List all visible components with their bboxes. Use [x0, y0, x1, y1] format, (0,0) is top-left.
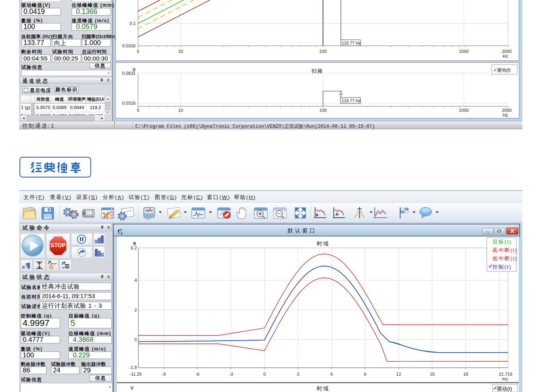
svg-text:-9: -9: [162, 372, 166, 376]
svg-text:V: V: [130, 386, 134, 390]
svg-text:驱动(t): 驱动(t): [496, 386, 512, 392]
svg-text:-11.25: -11.25: [130, 372, 142, 376]
svg-text:高中断(t): 高中断(t): [492, 247, 518, 253]
svg-text:时域: 时域: [317, 241, 329, 247]
svg-text:21.719: 21.719: [499, 372, 512, 376]
svg-text:时域: 时域: [317, 386, 329, 392]
svg-text:0: 0: [134, 337, 137, 342]
svg-text:3: 3: [297, 372, 299, 376]
svg-text:-3: -3: [229, 372, 233, 376]
svg-text:g: g: [133, 240, 136, 245]
svg-text:15: 15: [430, 372, 434, 376]
svg-text:9: 9: [364, 372, 366, 376]
svg-text:-6: -6: [196, 372, 200, 376]
svg-text:-1.9: -1.9: [129, 365, 137, 370]
svg-text:2: 2: [134, 308, 137, 312]
svg-text:控制(t): 控制(t): [492, 264, 512, 270]
svg-text:4: 4: [134, 278, 137, 283]
svg-text:6: 6: [331, 372, 333, 376]
svg-text:0: 0: [263, 372, 266, 376]
svg-text:18: 18: [463, 372, 468, 376]
svg-text:12: 12: [396, 372, 401, 376]
svg-text:目标(t): 目标(t): [492, 239, 512, 245]
svg-text:ms: ms: [502, 376, 508, 381]
svg-text:低中断(t): 低中断(t): [492, 255, 518, 261]
svg-text:6.2: 6.2: [131, 246, 137, 250]
